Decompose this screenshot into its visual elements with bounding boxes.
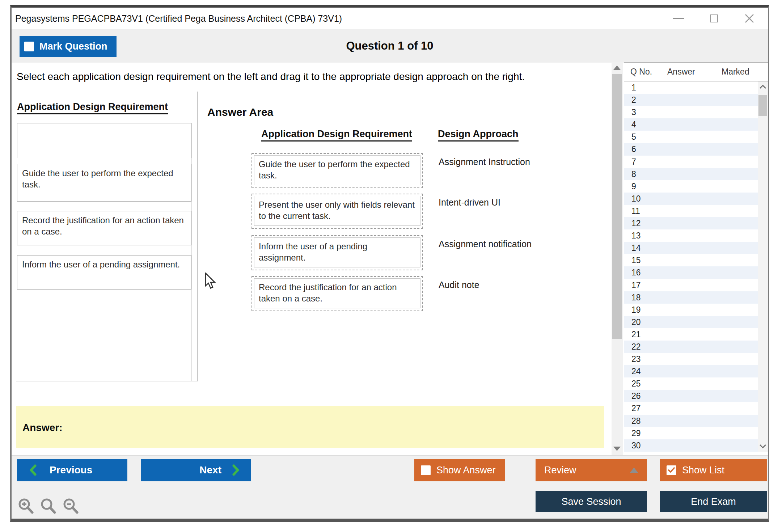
zoom-out-icon bbox=[63, 498, 79, 515]
requirement-item[interactable]: Guide the user to perform the expected t… bbox=[17, 164, 191, 202]
question-instruction: Select each application design requireme… bbox=[17, 71, 603, 83]
question-list-row[interactable]: 17 bbox=[624, 279, 768, 291]
dropped-requirement[interactable]: Record the justification for an action t… bbox=[254, 278, 420, 308]
requirement-item-text: Guide the user to perform the expected t… bbox=[22, 168, 173, 189]
question-list-row[interactable]: 30 bbox=[624, 439, 768, 452]
answer-banner-label: Answer: bbox=[22, 422, 62, 434]
next-button[interactable]: Next bbox=[141, 459, 251, 481]
question-number: 26 bbox=[624, 390, 641, 402]
question-list-row[interactable]: 23 bbox=[624, 353, 768, 365]
question-list-row[interactable]: 25 bbox=[624, 377, 768, 390]
design-approach-label: Intent-driven UI bbox=[439, 194, 500, 208]
question-number: 8 bbox=[624, 168, 636, 180]
answer-slot[interactable]: Record the justification for an action t… bbox=[251, 276, 423, 311]
maximize-button[interactable] bbox=[708, 12, 720, 25]
question-list-row[interactable]: 8 bbox=[624, 168, 768, 180]
question-number: 29 bbox=[624, 427, 641, 439]
answer-banner: Answer: bbox=[16, 406, 604, 448]
question-list-row[interactable]: 2 bbox=[624, 94, 768, 106]
show-list-button[interactable]: Show List bbox=[660, 459, 767, 481]
answer-slot[interactable]: Present the user only with fields releva… bbox=[251, 194, 423, 229]
question-number: 25 bbox=[624, 377, 641, 390]
end-exam-button[interactable]: End Exam bbox=[660, 491, 767, 512]
question-list-row[interactable]: 4 bbox=[624, 118, 768, 131]
question-list-scrollbar-thumb[interactable] bbox=[758, 95, 767, 116]
question-list-row[interactable]: 13 bbox=[624, 229, 768, 242]
review-button[interactable]: Review bbox=[536, 459, 647, 481]
question-list-row[interactable]: 18 bbox=[624, 291, 768, 304]
show-list-checkbox[interactable] bbox=[667, 465, 676, 475]
previous-button[interactable]: Previous bbox=[17, 459, 127, 481]
zoom-reset-button[interactable] bbox=[39, 497, 58, 516]
question-number: 14 bbox=[624, 242, 641, 254]
question-list-row[interactable]: 14 bbox=[624, 242, 768, 254]
question-list-row[interactable]: 6 bbox=[624, 143, 768, 155]
question-list-row[interactable]: 19 bbox=[624, 304, 768, 316]
answer-slot[interactable]: Inform the user of a pending assignment. bbox=[251, 235, 423, 270]
save-session-button[interactable]: Save Session bbox=[536, 491, 647, 512]
zoom-toolbar bbox=[17, 497, 80, 516]
question-list-row[interactable]: 5 bbox=[624, 131, 768, 143]
panel-splitter[interactable] bbox=[197, 92, 198, 381]
next-label: Next bbox=[199, 464, 221, 476]
question-list-row[interactable]: 9 bbox=[624, 180, 768, 193]
question-number: 10 bbox=[624, 193, 641, 205]
requirement-item[interactable] bbox=[17, 123, 191, 158]
question-list-row[interactable]: 21 bbox=[624, 328, 768, 341]
question-list-row[interactable]: 11 bbox=[624, 205, 768, 217]
zoom-out-button[interactable] bbox=[62, 497, 80, 516]
dropped-requirement[interactable]: Guide the user to perform the expected t… bbox=[254, 155, 420, 185]
requirement-item[interactable]: Record the justification for an action t… bbox=[17, 211, 191, 245]
question-number: 6 bbox=[624, 143, 636, 155]
answer-slot[interactable]: Guide the user to perform the expected t… bbox=[251, 153, 423, 188]
scroll-down-arrow-icon[interactable] bbox=[613, 447, 621, 451]
minimize-button[interactable] bbox=[672, 12, 685, 25]
maximize-icon bbox=[710, 14, 718, 22]
question-list-scrollbar[interactable] bbox=[758, 81, 768, 452]
title-bar: Pegasystems PEGACPBA73V1 (Certified Pega… bbox=[12, 8, 768, 29]
close-button[interactable] bbox=[743, 12, 756, 25]
question-number: 17 bbox=[624, 279, 641, 291]
dropped-requirement[interactable]: Present the user only with fields releva… bbox=[254, 196, 420, 226]
zoom-in-button[interactable] bbox=[17, 497, 35, 516]
question-list-row[interactable]: 24 bbox=[624, 365, 768, 377]
question-list-row[interactable]: 27 bbox=[624, 402, 768, 414]
question-number: 19 bbox=[624, 304, 641, 316]
scroll-up-arrow-icon[interactable] bbox=[613, 66, 621, 70]
question-number: 16 bbox=[624, 266, 641, 279]
requirement-item-text: Inform the user of a pending assignment. bbox=[22, 259, 180, 269]
show-answer-checkbox[interactable] bbox=[421, 465, 431, 475]
mark-question-label: Mark Question bbox=[39, 41, 107, 52]
question-list-row[interactable]: 3 bbox=[624, 106, 768, 118]
question-list-row[interactable]: 22 bbox=[624, 341, 768, 353]
answer-area-heading: Answer Area bbox=[207, 106, 273, 118]
main-scrollbar-thumb[interactable] bbox=[612, 74, 622, 339]
review-label: Review bbox=[544, 465, 576, 476]
question-list-row[interactable]: 12 bbox=[624, 217, 768, 229]
main-scrollbar[interactable] bbox=[612, 62, 623, 455]
show-answer-button[interactable]: Show Answer bbox=[414, 459, 505, 481]
chevron-right-icon bbox=[232, 464, 240, 476]
design-approach-label: Assignment notification bbox=[439, 235, 532, 249]
list-scroll-down-icon[interactable] bbox=[759, 444, 766, 449]
question-list-row[interactable]: 28 bbox=[624, 415, 768, 427]
mark-question-checkbox[interactable] bbox=[24, 42, 34, 51]
question-list-row[interactable]: 29 bbox=[624, 427, 768, 439]
design-approach-label: Assignment Instruction bbox=[439, 153, 530, 167]
question-list-row[interactable]: 10 bbox=[624, 193, 768, 205]
question-number: 7 bbox=[624, 156, 636, 168]
save-session-label: Save Session bbox=[561, 496, 621, 507]
mark-question-button[interactable]: Mark Question bbox=[20, 36, 117, 57]
question-list-row[interactable]: 1 bbox=[624, 81, 768, 94]
question-list-row[interactable]: 20 bbox=[624, 316, 768, 328]
dropped-requirement[interactable]: Inform the user of a pending assignment. bbox=[254, 237, 420, 267]
list-scroll-up-icon[interactable] bbox=[759, 84, 766, 89]
question-list-row[interactable]: 7 bbox=[624, 156, 768, 168]
show-answer-label: Show Answer bbox=[436, 465, 496, 476]
question-list-row[interactable]: 26 bbox=[624, 390, 768, 402]
question-number: 1 bbox=[624, 81, 636, 94]
question-list-row[interactable]: 15 bbox=[624, 254, 768, 266]
requirement-column-heading: Application Design Requirement bbox=[261, 128, 412, 142]
question-list-row[interactable]: 16 bbox=[624, 266, 768, 279]
requirement-item[interactable]: Inform the user of a pending assignment. bbox=[17, 255, 191, 290]
